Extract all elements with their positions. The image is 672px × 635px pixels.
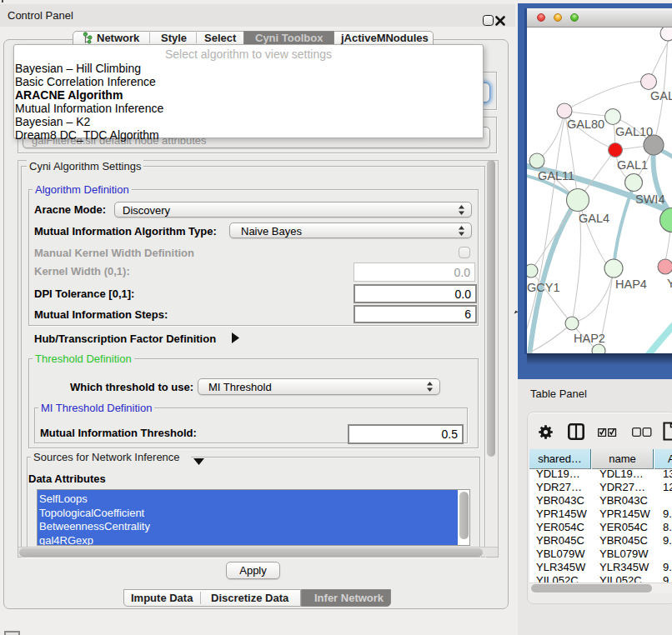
svg-text:HAP4: HAP4: [615, 278, 647, 291]
svg-text:GAL11: GAL11: [538, 169, 574, 182]
svg-text:GAL4: GAL4: [579, 212, 609, 225]
svg-text:SWI4: SWI4: [635, 192, 664, 206]
svg-text:GAL80: GAL80: [567, 118, 604, 131]
svg-text:GCY1: GCY1: [527, 281, 560, 294]
svg-text:YB: YB: [667, 277, 672, 290]
svg-text:GAL2: GAL2: [650, 89, 672, 102]
svg-text:GAL10: GAL10: [615, 125, 653, 138]
svg-text:GAL1: GAL1: [617, 158, 648, 172]
svg-text:HAP2: HAP2: [574, 332, 605, 345]
